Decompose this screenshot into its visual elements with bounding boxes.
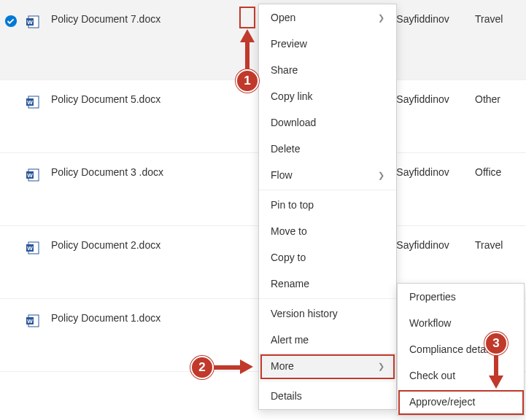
word-file-icon xyxy=(22,13,44,31)
annotation-arrow-3 xyxy=(489,354,503,390)
word-file-icon xyxy=(22,239,44,257)
submenu-workflow[interactable]: Workflow xyxy=(398,310,524,336)
context-menu: Open ❯ Preview Share Copy link Download … xyxy=(258,4,397,410)
checked-icon xyxy=(4,15,18,28)
word-file-icon xyxy=(22,166,44,184)
menu-versionhistory[interactable]: Version history xyxy=(259,300,396,327)
menu-label: Compliance details xyxy=(409,343,495,355)
menu-label: Pin to top xyxy=(271,199,314,211)
file-tag: Other xyxy=(475,93,526,105)
annotation-badge-2: 2 xyxy=(190,356,214,379)
menu-label: Move to xyxy=(271,225,307,237)
menu-separator xyxy=(259,298,396,299)
menu-label: Details xyxy=(271,390,302,402)
menu-label: Flow xyxy=(271,169,293,181)
file-tag: Office xyxy=(475,166,526,178)
menu-label: Alert me xyxy=(271,334,309,346)
menu-flow[interactable]: Flow ❯ xyxy=(259,162,396,188)
menu-details[interactable]: Details xyxy=(259,383,396,409)
row-checkbox[interactable] xyxy=(0,312,22,314)
submenu-checkout[interactable]: Check out xyxy=(398,362,524,389)
file-tag: Travel xyxy=(475,13,526,25)
annotation-box-1 xyxy=(239,7,255,28)
word-file-icon xyxy=(22,312,44,330)
menu-copylink[interactable]: Copy link xyxy=(259,83,396,109)
menu-share[interactable]: Share xyxy=(259,57,396,83)
menu-label: Open xyxy=(271,12,295,23)
menu-download[interactable]: Download xyxy=(259,109,396,136)
menu-label: Rename xyxy=(271,278,309,289)
menu-label: Download xyxy=(271,117,316,128)
menu-label: Copy to xyxy=(271,252,306,263)
chevron-right-icon: ❯ xyxy=(378,13,384,23)
menu-rename[interactable]: Rename xyxy=(259,271,396,297)
menu-separator xyxy=(259,190,396,190)
menu-alertme[interactable]: Alert me xyxy=(259,327,396,353)
row-checkbox[interactable] xyxy=(0,93,22,95)
submenu-properties[interactable]: Properties xyxy=(398,284,524,310)
annotation-arrow-2 xyxy=(212,360,258,375)
menu-label: Preview xyxy=(271,38,307,50)
annotation-badge-3: 3 xyxy=(484,332,508,355)
menu-delete[interactable]: Delete xyxy=(259,136,396,162)
menu-preview[interactable]: Preview xyxy=(259,31,396,57)
menu-label: Delete xyxy=(271,143,300,155)
menu-open[interactable]: Open ❯ xyxy=(259,4,396,31)
annotation-box-2 xyxy=(260,354,395,379)
menu-separator xyxy=(259,381,396,381)
menu-label: Workflow xyxy=(409,317,451,329)
menu-label: Check out xyxy=(409,370,455,381)
menu-label: Version history xyxy=(271,308,338,319)
annotation-box-3 xyxy=(398,390,524,415)
menu-pin[interactable]: Pin to top xyxy=(259,192,396,218)
word-file-icon xyxy=(22,93,44,112)
row-checkbox[interactable] xyxy=(0,13,22,30)
annotation-badge-1: 1 xyxy=(236,69,259,93)
menu-moveto[interactable]: Move to xyxy=(259,218,396,244)
annotation-arrow-1 xyxy=(240,29,255,73)
menu-label: Properties xyxy=(409,291,456,303)
menu-copyto[interactable]: Copy to xyxy=(259,244,396,271)
menu-label: Share xyxy=(271,64,298,76)
file-tag: Travel xyxy=(475,239,526,251)
chevron-right-icon: ❯ xyxy=(378,171,384,180)
row-checkbox[interactable] xyxy=(0,239,22,241)
row-checkbox[interactable] xyxy=(0,166,22,168)
menu-label: Copy link xyxy=(271,90,313,102)
